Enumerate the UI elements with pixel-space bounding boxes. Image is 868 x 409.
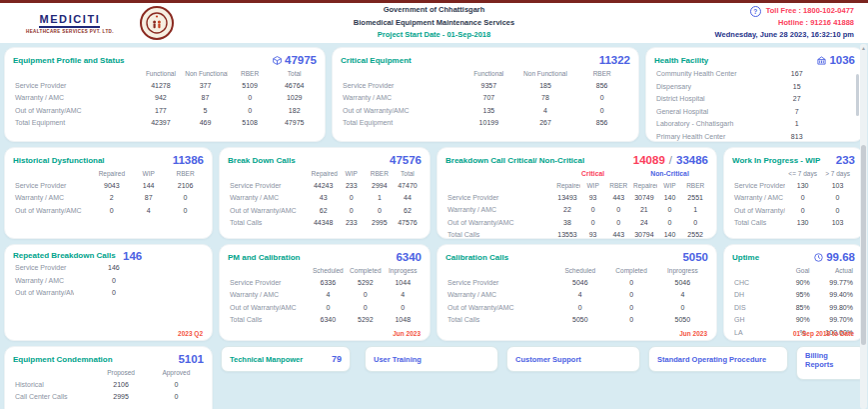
dashboard-row-1: Equipment Profile and Status 47975 Funct… [4,47,864,142]
technical-manpower-label: Technical Manpower [230,355,303,364]
row-label: CHC [732,277,785,290]
cell-value: 0 [605,314,656,327]
badge-value: 5050 [682,251,708,263]
column-header: <= 7 days [785,168,820,180]
cell-value: 0 [93,205,130,218]
row-label: GH [732,314,785,327]
row-label: DIS [732,302,785,315]
column-header: WIP [657,180,683,192]
cell-value: 0 [167,192,204,205]
cell-value: 0 [338,192,366,205]
cell-value: 87 [183,92,228,105]
row-label: Out of Warranty/AMC [228,205,310,218]
row-label: Service Provider [13,180,93,193]
government-line: Government of Chhattisgarh [354,4,514,17]
help-icon[interactable]: ? [750,6,761,17]
scrollbar-thumb[interactable] [861,145,866,345]
calibration-calls-badge[interactable]: 5050 [682,251,708,263]
panel-equipment-condemnation: Equipment Condemnation 5101 ProposedAppr… [4,346,213,409]
column-header: Completed [347,265,384,277]
badge-value: 5101 [178,353,204,365]
badge-value: 233 [836,154,855,166]
cell-value: 377 [183,80,228,93]
historical-dysfunctional-badge[interactable]: 11386 [173,154,204,166]
table-row: CHC90%99.77% [732,277,855,290]
period-stamp: Jun 2023 [393,330,421,337]
cell-value: 24 [631,217,657,230]
health-facility-badge[interactable]: 1036 [817,54,855,66]
spacer-cell [13,68,139,80]
table-row: Warranty / AMC9428701029 [13,92,317,105]
panel-title: Work In Progress - WIP [732,156,820,165]
billing-reports-button[interactable]: Billing Reports [796,346,866,380]
data-table: Community Health Center167Dispensary15Di… [654,68,855,143]
cell-value: 0 [605,277,656,290]
pm-calibration-badge[interactable]: 6340 [396,251,422,263]
table-row: District Hospital27 [654,93,855,106]
wip-badge[interactable]: 233 [836,154,855,166]
table-row: Call Center Calls29950 [13,391,204,404]
breakdown-calls-badge[interactable]: 47576 [390,154,422,166]
equipment-condemnation-badge[interactable]: 5101 [178,353,204,365]
cell-value: 0 [385,302,422,315]
header-row: ScheduledCompletedInprogress [445,265,708,277]
scroll-up-icon[interactable]: ▲ [860,45,867,51]
uptime-badge[interactable]: 99.68 [814,251,855,263]
customer-support-button[interactable]: Customer Support [506,346,640,372]
cell-value: 1 [366,192,394,205]
critical-equipment-badge[interactable]: 11322 [599,54,630,66]
table-row: Service Provider1349393443307491402551 [445,192,708,205]
badge-value: 47975 [285,54,317,66]
row-label: General Hospital [654,106,738,119]
breakdown-critical-badge[interactable]: 14089 / 33486 [633,154,708,166]
technical-manpower-box[interactable]: Technical Manpower 79 [221,346,351,372]
cell-value: 2995 [93,391,148,404]
user-training-button[interactable]: User Training [365,346,498,372]
panel-scrollbar[interactable] [856,74,859,116]
table-row: Historical21060 [13,379,204,392]
panel-uptime: Uptime 99.68 GoalActualCHC90%99.77%DH95%… [723,244,864,341]
cell-value: 103 [820,180,855,193]
cell-value: 0 [338,205,366,218]
row-label: Out of Warranty/AMC [228,302,310,315]
badge-critical-value: 14089 [633,154,665,166]
data-table: Service Provider146Warranty / AMC0Out of… [13,262,154,300]
page-scrollbar[interactable]: ▲ [860,44,867,409]
cell-value: 5050 [554,314,605,327]
row-label: Laboratory - Chhatisgarh [654,118,738,131]
column-header: Inprogess [385,265,422,277]
panel-title: Critical Equipment [341,56,412,65]
panel-historical-dysfunctional: Historical Dysfunctional 11386 RepairedW… [4,147,213,239]
cell-value: 469 [183,117,228,130]
cell-value: 7 [738,106,855,119]
cell-value: 0 [785,205,820,218]
cell-value: 185 [517,80,574,93]
equipment-profile-badge[interactable]: 47975 [273,54,317,66]
cell-value: 5292 [347,314,384,327]
cell-value: 0 [554,302,605,315]
panel-equipment-profile: Equipment Profile and Status 47975 Funct… [4,47,326,142]
data-table: FunctionalNon FunctionalRBERService Prov… [341,68,630,130]
standard-operating-procedure-button[interactable]: Standard Operating Procedure [648,346,788,372]
table-row: Warranty / AMC00 [732,192,855,205]
cell-value: 0 [347,289,384,302]
repeated-breakdown-badge[interactable]: 146 [123,250,142,262]
cell-value: 4 [554,289,605,302]
panel-title: Break Down Calls [228,156,296,165]
cell-value: 90% [785,314,820,327]
row-label: Total Equipment [13,117,139,130]
technical-manpower-value: 79 [332,354,342,364]
panel-work-in-progress: Work In Progress - WIP 233 <= 7 days> 7 … [723,147,864,239]
row-label: Service Provider [13,262,74,275]
cell-value: 93 [580,229,606,242]
cell-value: 140 [657,192,683,205]
cell-value: 2994 [366,180,394,193]
table-row: Laboratory - Chhatisgarh1 [654,118,855,131]
row-label: Warranty / AMC [228,192,310,205]
row-label: Warranty / AMC [445,289,554,302]
cell-value: 99.40% [820,289,855,302]
cell-value: 135 [460,105,517,118]
table-row: Out of Warranty/AMC17750182 [13,105,317,118]
cell-value: 78 [517,92,574,105]
cell-value: 62 [310,205,338,218]
